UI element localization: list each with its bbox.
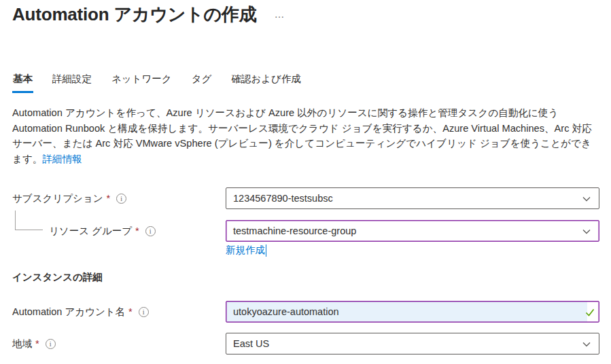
more-options-button[interactable]: …: [272, 7, 288, 21]
required-asterisk: *: [128, 306, 133, 317]
tab-networking[interactable]: ネットワーク: [111, 73, 173, 93]
resource-group-value: testmachine-resource-group: [233, 225, 356, 236]
chevron-down-icon: [582, 340, 591, 351]
blade-description: Automation アカウントを作って、Azure リソースおよび Azure…: [12, 105, 601, 166]
resource-group-label-group: リソース グループ *: [12, 225, 226, 238]
resource-group-row: リソース グループ * testmachine-resource-group: [12, 220, 599, 242]
chevron-down-icon: [582, 227, 591, 238]
tab-tags[interactable]: タグ: [191, 73, 213, 93]
resource-group-dropdown[interactable]: testmachine-resource-group: [226, 220, 599, 242]
required-asterisk: *: [107, 193, 111, 204]
subscription-label-group: サブスクリプション *: [12, 192, 226, 205]
region-value: East US: [233, 338, 269, 349]
account-name-label-group: Automation アカウント名 *: [12, 306, 226, 318]
instance-details-heading: インスタンスの詳細: [12, 271, 103, 284]
create-new-resource-group-link[interactable]: 新規作成: [226, 244, 265, 257]
region-label-group: 地域 *: [12, 338, 226, 350]
account-name-label: Automation アカウント名: [12, 306, 125, 318]
info-icon[interactable]: [116, 194, 126, 204]
required-asterisk: *: [35, 338, 39, 349]
tab-review-create[interactable]: 確認および作成: [230, 73, 302, 93]
region-label: 地域: [12, 338, 32, 350]
resource-group-label: リソース グループ: [49, 225, 132, 238]
account-name-row: Automation アカウント名 * utokyoazure-automati…: [12, 301, 599, 323]
page-title: Automation アカウントの作成: [12, 3, 257, 26]
title-row: Automation アカウントの作成 …: [12, 3, 288, 26]
info-icon[interactable]: [145, 226, 156, 236]
valid-check-icon: [584, 307, 595, 320]
region-row: 地域 * East US: [12, 333, 599, 354]
region-dropdown[interactable]: East US: [226, 333, 599, 354]
account-name-value: utokyoazure-automation: [233, 306, 339, 317]
learn-more-link[interactable]: 詳細情報: [42, 153, 82, 164]
info-icon[interactable]: [139, 307, 149, 317]
create-new-row: 新規作成: [226, 244, 266, 257]
text-cursor: [266, 244, 266, 257]
subscription-row: サブスクリプション * 1234567890-testsubsc: [12, 187, 599, 209]
subscription-label: サブスクリプション: [12, 192, 103, 205]
chevron-down-icon: [582, 194, 591, 206]
description-text: Automation アカウントを作って、Azure リソースおよび Azure…: [12, 107, 592, 164]
subscription-value: 1234567890-testsubsc: [233, 193, 333, 204]
tab-advanced[interactable]: 詳細設定: [52, 73, 92, 93]
tab-basics[interactable]: 基本: [12, 73, 33, 93]
subscription-dropdown[interactable]: 1234567890-testsubsc: [226, 187, 599, 209]
account-name-input[interactable]: utokyoazure-automation: [226, 301, 599, 323]
create-automation-account-blade: Automation アカウントの作成 … 基本 詳細設定 ネットワーク タグ …: [0, 0, 611, 364]
info-icon[interactable]: [46, 339, 56, 349]
required-asterisk: *: [135, 225, 139, 236]
wizard-tabs: 基本 詳細設定 ネットワーク タグ 確認および作成: [12, 73, 320, 93]
